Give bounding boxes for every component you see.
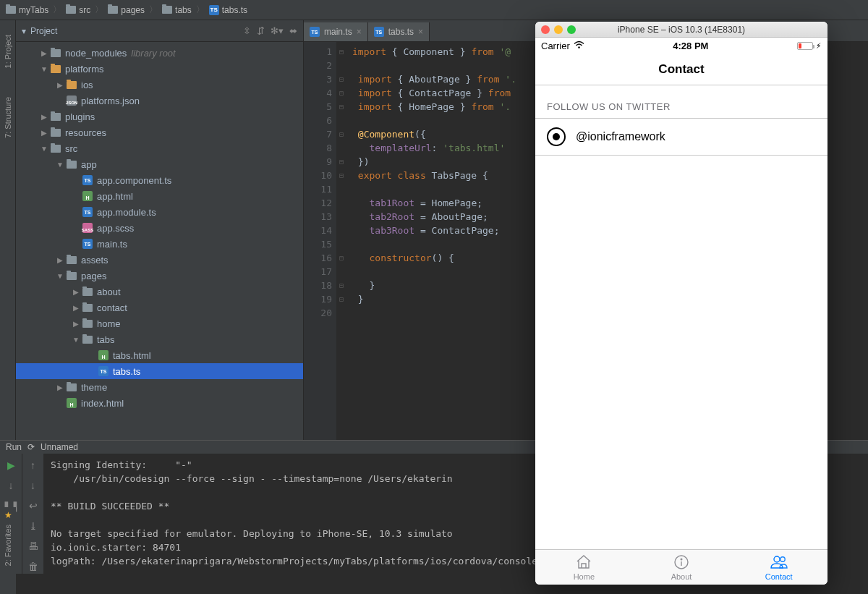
svg-point-3: [681, 559, 682, 560]
breadcrumb-item[interactable]: pages: [108, 5, 145, 15]
breadcrumb-item[interactable]: TStabs.ts: [209, 5, 247, 15]
battery-icon: [797, 42, 813, 50]
breadcrumb-item[interactable]: src: [66, 5, 90, 15]
tree-node[interactable]: TSmain.ts: [16, 236, 303, 252]
folder-icon: [66, 6, 76, 14]
tree-node[interactable]: ▶contact: [16, 300, 303, 315]
tree-node[interactable]: Hindex.html: [16, 395, 303, 411]
up-icon[interactable]: ↑: [26, 458, 41, 472]
run-aux-toolbar: ↑ ↓ ↩ ⤓ 🖶 🗑: [22, 454, 43, 574]
wifi-icon: [574, 41, 584, 51]
gear-icon[interactable]: ✻▾: [271, 25, 284, 36]
tool-project[interactable]: 1: Project: [4, 35, 12, 68]
folder-g-icon: [65, 256, 78, 264]
tree-node[interactable]: ▶ios: [16, 77, 303, 93]
ios-content[interactable]: FOLLOW US ON TWITTER @ionicframework: [535, 85, 827, 549]
tree-node[interactable]: ▶home: [16, 315, 303, 331]
tree-node[interactable]: ▼app: [16, 156, 303, 172]
project-tree[interactable]: ▶node_moduleslibrary root▼platforms▶iosJ…: [16, 42, 303, 440]
wrap-icon[interactable]: ↩: [26, 498, 41, 513]
tree-arrow-icon[interactable]: ▼: [55, 161, 65, 169]
panel-select-icon[interactable]: ▾: [22, 26, 26, 36]
svg-point-4: [774, 556, 780, 562]
zoom-window-icon[interactable]: [567, 25, 576, 34]
tool-structure[interactable]: 7: Structure: [4, 97, 12, 138]
tree-node[interactable]: ▼platforms: [16, 61, 303, 77]
folder-icon: [162, 6, 172, 14]
tree-node[interactable]: TSapp.component.ts: [16, 172, 303, 188]
locate-icon[interactable]: ⇳: [243, 25, 251, 36]
tree-node[interactable]: ▶theme: [16, 379, 303, 395]
tree-arrow-icon[interactable]: ▶: [39, 113, 49, 121]
tree-arrow-icon[interactable]: ▼: [55, 272, 65, 280]
breadcrumb[interactable]: myTabs〉src〉pages〉tabs〉TStabs.ts: [6, 4, 247, 16]
ts-icon: TS: [310, 27, 320, 37]
ios-tab-home[interactable]: Home: [535, 550, 633, 585]
breadcrumb-item[interactable]: myTabs: [6, 5, 48, 15]
ios-tabbar[interactable]: HomeAboutContact: [535, 549, 827, 585]
tree-node[interactable]: ▶plugins: [16, 109, 303, 124]
tree-node[interactable]: ▼pages: [16, 268, 303, 284]
tree-node[interactable]: JSONplatforms.json: [16, 93, 303, 109]
tree-arrow-icon[interactable]: ▶: [39, 49, 49, 57]
fold-column[interactable]: ⊟⊟⊟⊟⊟⊟⊟⊟⊟⊟: [336, 42, 346, 440]
tree-node[interactable]: ▼src: [16, 140, 303, 156]
bottom-rail: ★ 2: Favorites: [0, 507, 16, 594]
close-tab-icon[interactable]: ×: [357, 27, 362, 37]
tree-arrow-icon[interactable]: ▶: [55, 383, 65, 391]
project-panel-title: Project: [30, 26, 57, 36]
ios-tab-about[interactable]: About: [633, 550, 731, 585]
tree-arrow-icon[interactable]: ▶: [71, 288, 81, 296]
run-config-name[interactable]: Unnamed: [41, 442, 78, 452]
list-item[interactable]: @ionicframework: [535, 118, 827, 156]
scss-icon: SASS: [81, 223, 94, 233]
editor-tab[interactable]: TStabs.ts×: [368, 22, 430, 41]
close-tab-icon[interactable]: ×: [418, 27, 423, 37]
tool-favorites[interactable]: 2: Favorites: [4, 525, 12, 566]
tree-node[interactable]: TSapp.module.ts: [16, 204, 303, 220]
sim-titlebar[interactable]: iPhone SE – iOS 10.3 (14E8301): [535, 22, 827, 38]
about-icon: [673, 553, 690, 571]
tree-node[interactable]: ▶resources: [16, 124, 303, 140]
tree-arrow-icon[interactable]: ▶: [71, 304, 81, 312]
clear-icon[interactable]: 🗑: [26, 559, 41, 574]
ios-status-bar: Carrier 4:28 PM ⚡︎: [535, 38, 827, 54]
tree-arrow-icon[interactable]: ▶: [39, 129, 49, 137]
status-time: 4:28 PM: [673, 41, 708, 51]
contact-icon: [770, 553, 788, 571]
tree-node[interactable]: SASSapp.scss: [16, 220, 303, 236]
tree-arrow-icon[interactable]: ▼: [71, 336, 81, 344]
traffic-lights[interactable]: [541, 25, 576, 34]
folder-g-icon: [81, 320, 94, 328]
tree-arrow-icon[interactable]: ▶: [71, 320, 81, 328]
ios-tab-contact[interactable]: Contact: [730, 550, 827, 585]
tree-node[interactable]: ▼tabs: [16, 331, 303, 347]
folder-g-icon: [81, 336, 94, 344]
run-button[interactable]: ▶: [4, 458, 18, 472]
scroll-icon[interactable]: ⤓: [26, 519, 41, 533]
print-icon[interactable]: 🖶: [26, 539, 41, 553]
tree-arrow-icon[interactable]: ▶: [55, 81, 65, 89]
svg-point-0: [578, 46, 579, 48]
tree-arrow-icon[interactable]: ▼: [39, 65, 49, 73]
list-item-text: @ionicframework: [576, 130, 665, 143]
folder-g-icon: [49, 113, 62, 121]
tree-node[interactable]: ▶assets: [16, 252, 303, 268]
close-window-icon[interactable]: [541, 25, 550, 34]
tree-node[interactable]: ▶about: [16, 284, 303, 300]
tree-node[interactable]: ▶node_moduleslibrary root: [16, 45, 303, 61]
tree-node[interactable]: Htabs.html: [16, 347, 303, 363]
tree-arrow-icon[interactable]: ▼: [39, 145, 49, 153]
collapse-all-icon[interactable]: ⇵: [257, 25, 265, 36]
breadcrumb-item[interactable]: tabs: [162, 5, 192, 15]
down-icon[interactable]: ↓: [26, 478, 41, 493]
tree-node[interactable]: Happ.html: [16, 188, 303, 204]
tree-arrow-icon[interactable]: ▶: [55, 256, 65, 264]
run-config-icon: ⟳: [27, 442, 35, 452]
folder-g-icon: [81, 304, 94, 312]
stop-button[interactable]: ↓: [4, 478, 18, 493]
minimize-window-icon[interactable]: [554, 25, 563, 34]
tree-node[interactable]: TStabs.ts: [16, 363, 303, 379]
editor-tab[interactable]: TSmain.ts×: [304, 22, 368, 41]
hide-icon[interactable]: ⬌: [289, 25, 297, 36]
